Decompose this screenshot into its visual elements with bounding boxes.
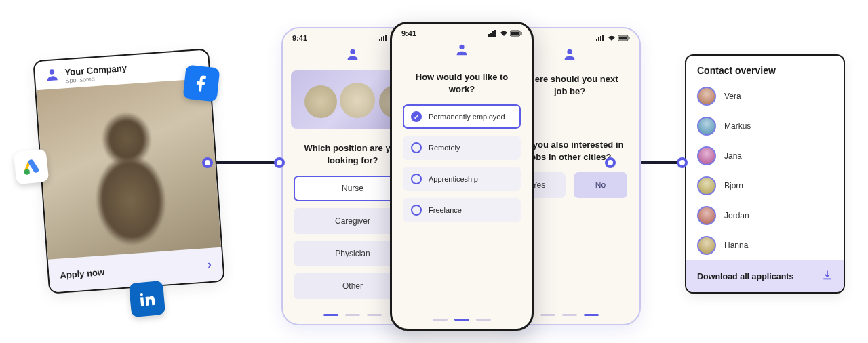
svg-rect-1 xyxy=(140,297,144,306)
contact-row[interactable]: Bjorn xyxy=(686,171,844,201)
svg-rect-4 xyxy=(379,39,380,41)
app-logo-icon xyxy=(392,40,532,66)
contact-name: Bjorn xyxy=(724,181,743,190)
option-apprenticeship[interactable]: Apprenticeship xyxy=(403,167,521,191)
svg-rect-23 xyxy=(602,35,604,41)
svg-rect-20 xyxy=(596,39,597,41)
svg-point-19 xyxy=(459,45,464,49)
contact-name: Vera xyxy=(724,92,741,101)
ad-hero-image xyxy=(36,78,221,259)
svg-rect-21 xyxy=(598,37,599,41)
contact-row[interactable]: Markus xyxy=(686,111,844,141)
radio-icon xyxy=(411,174,422,184)
svg-rect-25 xyxy=(619,37,627,40)
svg-rect-7 xyxy=(385,35,387,41)
download-icon xyxy=(822,270,833,283)
download-applicants-button[interactable]: Download all applicants xyxy=(686,260,844,292)
status-time: 9:41 xyxy=(401,29,416,37)
flow-node xyxy=(274,157,285,168)
funnel-screen-worktype: 9:41 How would you like to work? Permane… xyxy=(390,22,534,331)
apply-now-label: Apply now xyxy=(60,267,105,281)
contact-name: Jordan xyxy=(724,211,749,220)
option-permanent[interactable]: Permanently employed xyxy=(403,104,521,129)
chevron-right-icon: › xyxy=(207,258,212,272)
flow-node xyxy=(677,157,688,168)
svg-rect-6 xyxy=(383,36,384,41)
svg-rect-13 xyxy=(490,33,492,37)
svg-point-2 xyxy=(140,293,143,296)
status-icons xyxy=(596,35,630,41)
google-ads-icon xyxy=(14,149,50,185)
contact-row[interactable]: Jordan xyxy=(686,201,844,230)
radio-icon xyxy=(411,205,422,216)
question-text: How would you like to work? xyxy=(392,66,532,104)
contacts-panel: Contact overview VeraMarkusJanaBjornJord… xyxy=(685,54,845,294)
option-remotely[interactable]: Remotely xyxy=(403,136,521,160)
svg-point-11 xyxy=(350,49,355,54)
option-freelance[interactable]: Freelance xyxy=(403,198,521,222)
radio-icon xyxy=(411,142,422,153)
svg-point-0 xyxy=(50,69,55,75)
radio-checked-icon xyxy=(411,111,422,122)
flow-node xyxy=(605,157,616,168)
status-time: 9:41 xyxy=(292,34,307,42)
svg-rect-18 xyxy=(521,32,522,35)
option-no[interactable]: No xyxy=(574,172,627,198)
contacts-title: Contact overview xyxy=(686,56,844,81)
avatar xyxy=(697,176,716,195)
flow-node xyxy=(202,157,213,168)
avatar xyxy=(697,236,716,255)
progress-dots xyxy=(392,319,532,321)
contact-name: Hanna xyxy=(724,241,748,250)
facebook-icon xyxy=(183,65,220,102)
svg-rect-15 xyxy=(494,30,496,37)
download-label: Download all applicants xyxy=(697,272,793,281)
svg-rect-12 xyxy=(488,34,490,37)
company-logo-icon xyxy=(44,67,60,85)
avatar xyxy=(697,87,716,106)
contact-name: Jana xyxy=(724,151,742,161)
svg-rect-14 xyxy=(492,31,494,37)
contact-row[interactable]: Hanna xyxy=(686,230,844,260)
svg-rect-5 xyxy=(381,37,382,41)
status-icons xyxy=(488,30,522,37)
avatar xyxy=(697,146,716,165)
svg-rect-17 xyxy=(511,32,519,35)
linkedin-icon xyxy=(129,281,165,317)
contact-name: Markus xyxy=(724,121,751,131)
contact-row[interactable]: Vera xyxy=(686,81,844,111)
avatar xyxy=(697,117,716,136)
avatar xyxy=(697,206,716,225)
svg-rect-26 xyxy=(629,37,630,39)
svg-rect-22 xyxy=(600,36,601,41)
svg-point-27 xyxy=(567,49,572,54)
contact-row[interactable]: Jana xyxy=(686,141,844,171)
